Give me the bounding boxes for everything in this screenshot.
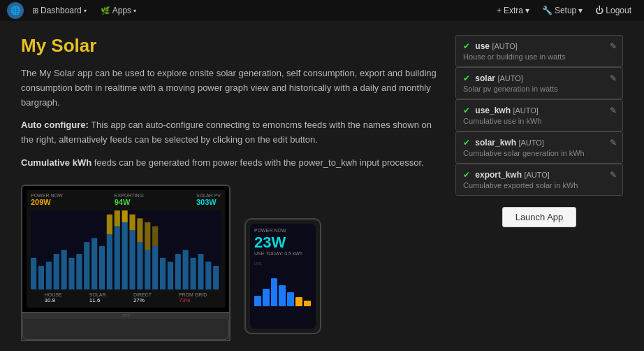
svg-rect-7 [84,242,89,289]
feed-edit-solar_kwh[interactable]: ✎ [610,138,617,148]
phone-chart-bars [254,271,312,306]
svg-rect-27 [122,210,128,222]
svg-rect-18 [168,262,173,289]
phone-screen: POWER NOW 23W USE TODAY: 0.5 kWh URL [250,224,316,329]
svg-rect-10 [107,234,112,289]
feed-edit-export_kwh[interactable]: ✎ [610,170,617,180]
sidebar: ✔ use [AUTO] House or building use in wa… [455,35,623,341]
logout-nav-item[interactable]: ⏻ Logout [590,3,637,18]
feed-desc-solar_kwh: Cumulative solar generation in kWh [463,149,615,157]
svg-rect-1 [38,266,44,289]
setup-caret: ▾ [578,6,583,15]
feed-card-use_kwh: ✔ use_kwh [AUTO] Cumulative use in kWh ✎ [455,99,623,131]
feed-edit-use[interactable]: ✎ [610,41,617,51]
phone-power-label: POWER NOW [254,228,312,233]
feed-title-use_kwh: ✔ use_kwh [AUTO] [463,106,615,115]
phone-use-label: USE TODAY: 0.5 kWh [254,251,312,256]
feed-auto-solar: [AUTO] [497,74,522,83]
feed-auto-solar_kwh: [AUTO] [518,138,543,147]
apps-icon: 🌿 [101,6,110,15]
feed-desc-solar: Solar pv generation in watts [463,85,615,93]
phone-bar-2 [263,289,270,306]
feed-edit-solar[interactable]: ✎ [610,73,617,83]
svg-rect-21 [190,258,196,289]
navbar: 🌐 ⊞ Dashboard ▾ 🌿 Apps ▾ + Extra ▾ 🔧 Set… [0,0,644,21]
solar-pv-value: 303W [196,198,221,206]
extra-nav-item[interactable]: + Extra ▾ [491,3,535,18]
svg-rect-9 [99,246,105,289]
extra-label: Extra [504,6,523,15]
feed-check-solar: ✔ [463,73,470,83]
svg-rect-25 [107,214,112,234]
launch-app-button[interactable]: Launch App [502,207,577,227]
phone-mockup: POWER NOW 23W USE TODAY: 0.5 kWh URL [244,218,321,334]
svg-rect-28 [129,214,135,230]
laptop-chart [31,210,221,289]
apps-nav-label: Apps [112,6,131,15]
feed-card-solar: ✔ solar [AUTO] Solar pv generation in wa… [455,67,623,99]
feed-name-use: use [475,41,490,51]
svg-rect-29 [137,218,142,242]
description-1: The My Solar app can be used to explore … [21,66,441,110]
svg-rect-17 [160,258,166,289]
laptop-screen-inner: POWER NOW 209W EXPORTING: 94W SOLAR PV 3… [27,190,225,308]
laptop-stats-row: POWER NOW 209W EXPORTING: 94W SOLAR PV 3… [31,193,221,206]
feed-title-solar_kwh: ✔ solar_kwh [AUTO] [463,138,615,148]
app-logo[interactable]: 🌐 [7,2,24,19]
description-2: Auto configure: This app can auto-config… [21,118,441,148]
feed-card-solar_kwh: ✔ solar_kwh [AUTO] Cumulative solar gene… [455,131,623,164]
direct-stat: DIRECT 27% [133,292,152,303]
setup-icon: 🔧 [542,6,552,15]
feed-check-export_kwh: ✔ [463,170,470,180]
feed-check-use_kwh: ✔ [463,106,470,115]
solar-pv-label: SOLAR PV [196,193,221,198]
power-now-value: 209W [31,198,63,206]
main-content: My Solar The My Solar app can be used to… [0,21,644,351]
phone-bar-1 [254,296,261,306]
svg-rect-13 [129,230,135,289]
feed-check-use: ✔ [463,41,470,51]
chart-svg [31,210,221,289]
exporting-stat: EXPORTING: 94W [115,193,145,206]
feed-title-export_kwh: ✔ export_kwh [AUTO] [463,170,615,180]
svg-rect-31 [152,226,158,245]
phone-bar-3 [271,278,278,306]
svg-rect-14 [137,242,142,289]
laptop-mockup: POWER NOW 209W EXPORTING: 94W SOLAR PV 3… [21,185,230,341]
feed-name-solar: solar [475,73,495,83]
phone-bar-6 [295,297,302,306]
laptop-bottom-stats: HOUSE 10.8 SOLAR 11.6 DIRECT 27% [31,289,221,305]
feed-cards-container: ✔ use [AUTO] House or building use in wa… [455,35,623,196]
feed-check-solar_kwh: ✔ [463,138,470,148]
svg-rect-2 [46,262,52,289]
solar-pv-stat: SOLAR PV 303W [196,193,221,206]
extra-icon: + [497,6,502,15]
house-stat: HOUSE 10.8 [45,292,62,303]
power-now-label: POWER NOW [31,193,63,198]
auto-configure-title: Auto configure: [21,120,89,130]
extra-caret: ▾ [525,6,529,15]
apps-nav-item[interactable]: 🌿 Apps ▾ [95,3,142,18]
feed-name-use_kwh: use_kwh [475,106,511,115]
laptop-keyboard [22,319,229,340]
exporting-label: EXPORTING: [115,193,145,198]
exporting-value: 94W [115,198,145,206]
svg-rect-5 [68,258,74,289]
content-left: My Solar The My Solar app can be used to… [21,35,441,341]
cumulative-text: feeds can be generated from power feeds … [94,157,424,168]
dashboard-icon: ⊞ [32,6,38,15]
dashboard-nav-item[interactable]: ⊞ Dashboard ▾ [27,3,92,18]
page-title: My Solar [21,35,441,57]
svg-rect-30 [145,222,150,250]
svg-rect-20 [183,250,189,289]
svg-rect-16 [152,246,158,289]
phone-bar-4 [279,285,286,306]
feed-auto-use: [AUTO] [492,42,517,50]
svg-rect-12 [122,222,128,289]
setup-label: Setup [555,6,576,15]
navbar-right: + Extra ▾ 🔧 Setup ▾ ⏻ Logout [491,3,637,18]
feed-edit-use_kwh[interactable]: ✎ [610,106,617,115]
setup-nav-item[interactable]: 🔧 Setup ▾ [536,3,588,18]
feed-desc-use: House or building use in watts [463,52,615,61]
phone-power-value: 23W [254,234,312,251]
